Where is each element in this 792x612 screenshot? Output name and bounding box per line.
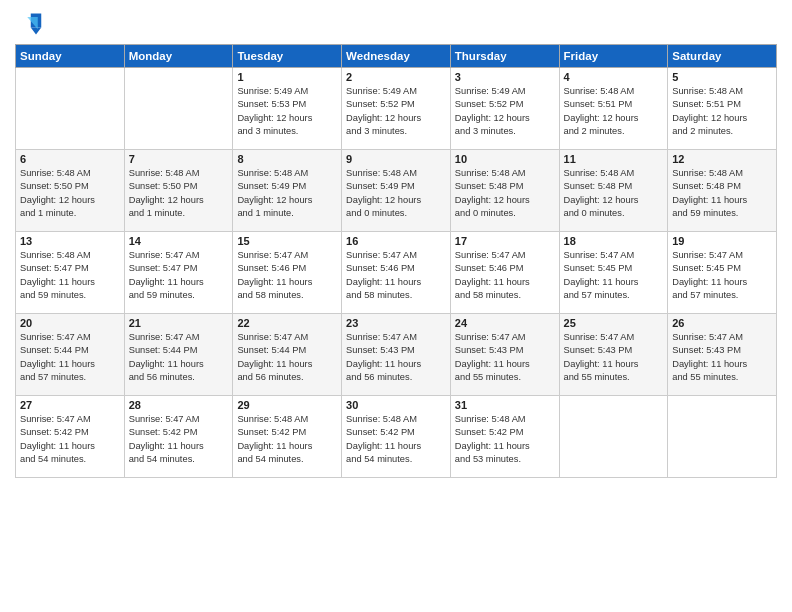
day-info: Sunrise: 5:48 AM Sunset: 5:49 PM Dayligh…: [237, 167, 337, 221]
calendar-day-cell: 11Sunrise: 5:48 AM Sunset: 5:48 PM Dayli…: [559, 150, 668, 232]
calendar-day-cell: 15Sunrise: 5:47 AM Sunset: 5:46 PM Dayli…: [233, 232, 342, 314]
day-number: 31: [455, 399, 555, 411]
day-info: Sunrise: 5:47 AM Sunset: 5:45 PM Dayligh…: [564, 249, 664, 303]
day-number: 2: [346, 71, 446, 83]
day-info: Sunrise: 5:47 AM Sunset: 5:43 PM Dayligh…: [455, 331, 555, 385]
day-info: Sunrise: 5:47 AM Sunset: 5:46 PM Dayligh…: [455, 249, 555, 303]
day-number: 8: [237, 153, 337, 165]
calendar-day-cell: 17Sunrise: 5:47 AM Sunset: 5:46 PM Dayli…: [450, 232, 559, 314]
day-number: 27: [20, 399, 120, 411]
calendar-day-cell: [16, 68, 125, 150]
day-info: Sunrise: 5:48 AM Sunset: 5:48 PM Dayligh…: [564, 167, 664, 221]
calendar-week-row: 20Sunrise: 5:47 AM Sunset: 5:44 PM Dayli…: [16, 314, 777, 396]
calendar-day-cell: 26Sunrise: 5:47 AM Sunset: 5:43 PM Dayli…: [668, 314, 777, 396]
day-number: 21: [129, 317, 229, 329]
calendar-day-cell: [668, 396, 777, 478]
day-info: Sunrise: 5:47 AM Sunset: 5:43 PM Dayligh…: [672, 331, 772, 385]
calendar-day-cell: 6Sunrise: 5:48 AM Sunset: 5:50 PM Daylig…: [16, 150, 125, 232]
calendar-day-cell: 10Sunrise: 5:48 AM Sunset: 5:48 PM Dayli…: [450, 150, 559, 232]
calendar-day-cell: 18Sunrise: 5:47 AM Sunset: 5:45 PM Dayli…: [559, 232, 668, 314]
day-number: 26: [672, 317, 772, 329]
calendar-day-cell: 19Sunrise: 5:47 AM Sunset: 5:45 PM Dayli…: [668, 232, 777, 314]
day-info: Sunrise: 5:47 AM Sunset: 5:43 PM Dayligh…: [346, 331, 446, 385]
calendar-day-cell: 20Sunrise: 5:47 AM Sunset: 5:44 PM Dayli…: [16, 314, 125, 396]
day-info: Sunrise: 5:48 AM Sunset: 5:42 PM Dayligh…: [237, 413, 337, 467]
day-number: 29: [237, 399, 337, 411]
calendar-day-cell: 5Sunrise: 5:48 AM Sunset: 5:51 PM Daylig…: [668, 68, 777, 150]
day-number: 14: [129, 235, 229, 247]
day-number: 20: [20, 317, 120, 329]
svg-marker-1: [31, 28, 42, 35]
calendar-day-cell: 9Sunrise: 5:48 AM Sunset: 5:49 PM Daylig…: [342, 150, 451, 232]
day-number: 9: [346, 153, 446, 165]
calendar-day-cell: 21Sunrise: 5:47 AM Sunset: 5:44 PM Dayli…: [124, 314, 233, 396]
day-number: 6: [20, 153, 120, 165]
calendar-day-cell: 28Sunrise: 5:47 AM Sunset: 5:42 PM Dayli…: [124, 396, 233, 478]
day-info: Sunrise: 5:49 AM Sunset: 5:52 PM Dayligh…: [455, 85, 555, 139]
calendar-day-cell: 16Sunrise: 5:47 AM Sunset: 5:46 PM Dayli…: [342, 232, 451, 314]
day-number: 17: [455, 235, 555, 247]
calendar-day-cell: 30Sunrise: 5:48 AM Sunset: 5:42 PM Dayli…: [342, 396, 451, 478]
calendar-week-row: 13Sunrise: 5:48 AM Sunset: 5:47 PM Dayli…: [16, 232, 777, 314]
calendar-day-cell: [559, 396, 668, 478]
day-info: Sunrise: 5:48 AM Sunset: 5:47 PM Dayligh…: [20, 249, 120, 303]
calendar-week-row: 6Sunrise: 5:48 AM Sunset: 5:50 PM Daylig…: [16, 150, 777, 232]
calendar: SundayMondayTuesdayWednesdayThursdayFrid…: [15, 44, 777, 478]
day-info: Sunrise: 5:47 AM Sunset: 5:42 PM Dayligh…: [20, 413, 120, 467]
calendar-day-cell: 14Sunrise: 5:47 AM Sunset: 5:47 PM Dayli…: [124, 232, 233, 314]
calendar-day-cell: 13Sunrise: 5:48 AM Sunset: 5:47 PM Dayli…: [16, 232, 125, 314]
header: [15, 10, 777, 38]
day-info: Sunrise: 5:48 AM Sunset: 5:42 PM Dayligh…: [346, 413, 446, 467]
calendar-day-cell: 23Sunrise: 5:47 AM Sunset: 5:43 PM Dayli…: [342, 314, 451, 396]
day-number: 16: [346, 235, 446, 247]
day-info: Sunrise: 5:48 AM Sunset: 5:49 PM Dayligh…: [346, 167, 446, 221]
calendar-day-cell: 3Sunrise: 5:49 AM Sunset: 5:52 PM Daylig…: [450, 68, 559, 150]
calendar-day-cell: 8Sunrise: 5:48 AM Sunset: 5:49 PM Daylig…: [233, 150, 342, 232]
calendar-week-row: 1Sunrise: 5:49 AM Sunset: 5:53 PM Daylig…: [16, 68, 777, 150]
day-number: 13: [20, 235, 120, 247]
day-number: 23: [346, 317, 446, 329]
day-number: 7: [129, 153, 229, 165]
day-number: 22: [237, 317, 337, 329]
day-of-week-header: Tuesday: [233, 45, 342, 68]
day-of-week-header: Sunday: [16, 45, 125, 68]
day-info: Sunrise: 5:49 AM Sunset: 5:52 PM Dayligh…: [346, 85, 446, 139]
calendar-day-cell: 1Sunrise: 5:49 AM Sunset: 5:53 PM Daylig…: [233, 68, 342, 150]
day-info: Sunrise: 5:47 AM Sunset: 5:42 PM Dayligh…: [129, 413, 229, 467]
day-number: 24: [455, 317, 555, 329]
calendar-day-cell: [124, 68, 233, 150]
day-number: 15: [237, 235, 337, 247]
day-info: Sunrise: 5:47 AM Sunset: 5:44 PM Dayligh…: [20, 331, 120, 385]
calendar-day-cell: 12Sunrise: 5:48 AM Sunset: 5:48 PM Dayli…: [668, 150, 777, 232]
day-number: 18: [564, 235, 664, 247]
day-of-week-header: Saturday: [668, 45, 777, 68]
day-of-week-header: Friday: [559, 45, 668, 68]
day-info: Sunrise: 5:48 AM Sunset: 5:48 PM Dayligh…: [672, 167, 772, 221]
page: SundayMondayTuesdayWednesdayThursdayFrid…: [0, 0, 792, 612]
day-number: 4: [564, 71, 664, 83]
calendar-day-cell: 4Sunrise: 5:48 AM Sunset: 5:51 PM Daylig…: [559, 68, 668, 150]
day-number: 19: [672, 235, 772, 247]
calendar-day-cell: 24Sunrise: 5:47 AM Sunset: 5:43 PM Dayli…: [450, 314, 559, 396]
calendar-day-cell: 7Sunrise: 5:48 AM Sunset: 5:50 PM Daylig…: [124, 150, 233, 232]
calendar-day-cell: 22Sunrise: 5:47 AM Sunset: 5:44 PM Dayli…: [233, 314, 342, 396]
day-number: 12: [672, 153, 772, 165]
day-number: 28: [129, 399, 229, 411]
day-info: Sunrise: 5:47 AM Sunset: 5:44 PM Dayligh…: [237, 331, 337, 385]
day-info: Sunrise: 5:48 AM Sunset: 5:51 PM Dayligh…: [672, 85, 772, 139]
day-info: Sunrise: 5:48 AM Sunset: 5:50 PM Dayligh…: [20, 167, 120, 221]
day-info: Sunrise: 5:47 AM Sunset: 5:47 PM Dayligh…: [129, 249, 229, 303]
calendar-day-cell: 29Sunrise: 5:48 AM Sunset: 5:42 PM Dayli…: [233, 396, 342, 478]
day-info: Sunrise: 5:47 AM Sunset: 5:45 PM Dayligh…: [672, 249, 772, 303]
calendar-day-cell: 2Sunrise: 5:49 AM Sunset: 5:52 PM Daylig…: [342, 68, 451, 150]
day-info: Sunrise: 5:48 AM Sunset: 5:48 PM Dayligh…: [455, 167, 555, 221]
logo-icon: [15, 10, 43, 38]
day-info: Sunrise: 5:48 AM Sunset: 5:51 PM Dayligh…: [564, 85, 664, 139]
day-info: Sunrise: 5:48 AM Sunset: 5:42 PM Dayligh…: [455, 413, 555, 467]
day-of-week-header: Wednesday: [342, 45, 451, 68]
calendar-day-cell: 27Sunrise: 5:47 AM Sunset: 5:42 PM Dayli…: [16, 396, 125, 478]
day-number: 10: [455, 153, 555, 165]
day-of-week-header: Monday: [124, 45, 233, 68]
day-info: Sunrise: 5:47 AM Sunset: 5:46 PM Dayligh…: [346, 249, 446, 303]
day-number: 30: [346, 399, 446, 411]
